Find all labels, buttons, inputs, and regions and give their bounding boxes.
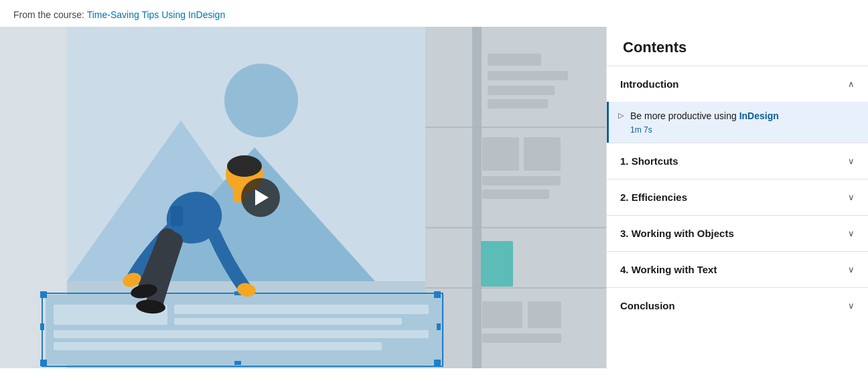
course-header: From the course: Time-Saving Tips Using …: [0, 0, 868, 27]
svg-rect-18: [482, 333, 561, 343]
svg-rect-30: [234, 361, 241, 365]
accordion-label-shortcuts: 1. Shortcuts: [620, 155, 678, 167]
lesson-title-highlight: InDesign: [739, 110, 779, 121]
accordion-conclusion: Conclusion: [607, 287, 868, 323]
svg-rect-15: [481, 241, 513, 287]
svg-rect-7: [488, 54, 541, 66]
play-icon: [255, 189, 269, 206]
main-content: Contents Introduction ▷ Be more producti…: [0, 27, 868, 368]
lesson-item[interactable]: ▷ Be more productive using InDesign 1m 7…: [609, 102, 868, 143]
accordion-label-conclusion: Conclusion: [620, 300, 675, 311]
accordion-shortcuts: 1. Shortcuts: [607, 143, 868, 179]
accordion-efficiencies: 2. Efficiencies: [607, 179, 868, 215]
play-button[interactable]: [241, 178, 280, 217]
svg-rect-35: [174, 318, 402, 325]
svg-rect-31: [40, 323, 44, 330]
svg-rect-16: [482, 301, 522, 328]
accordion-label-working-objects: 3. Working with Objects: [620, 228, 734, 239]
svg-rect-26: [434, 291, 441, 298]
svg-rect-32: [437, 323, 441, 330]
accordion-label-efficiencies: 2. Efficiencies: [620, 192, 687, 203]
accordion-header-conclusion[interactable]: Conclusion: [607, 288, 868, 323]
chevron-down-icon-2: [848, 192, 855, 202]
svg-rect-12: [524, 137, 561, 171]
lesson-play-icon: ▷: [618, 111, 624, 120]
course-link[interactable]: Time-Saving Tips Using InDesign: [87, 9, 225, 20]
video-area: [0, 27, 606, 368]
svg-rect-11: [482, 137, 519, 171]
chevron-down-icon-3: [848, 228, 855, 238]
lesson-title: Be more productive using InDesign: [630, 110, 779, 123]
accordion-label-working-text: 4. Working with Text: [620, 264, 717, 275]
accordion-header-working-text[interactable]: 4. Working with Text: [607, 252, 868, 287]
svg-point-4: [224, 64, 298, 137]
chevron-up-icon: [848, 79, 855, 89]
accordion-label-introduction: Introduction: [620, 78, 678, 90]
page-wrapper: From the course: Time-Saving Tips Using …: [0, 0, 868, 368]
svg-rect-14: [482, 189, 549, 199]
accordion-body-introduction: ▷ Be more productive using InDesign 1m 7…: [607, 102, 868, 143]
svg-rect-13: [482, 176, 561, 185]
contents-sidebar: Contents Introduction ▷ Be more producti…: [606, 27, 868, 368]
svg-rect-36: [54, 330, 429, 338]
svg-rect-28: [434, 360, 441, 366]
chevron-down-icon: [848, 156, 855, 166]
accordion-header-efficiencies[interactable]: 2. Efficiencies: [607, 179, 868, 215]
contents-title: Contents: [607, 27, 868, 66]
svg-rect-46: [171, 206, 183, 226]
from-course-prefix: From the course:: [13, 9, 84, 20]
chevron-down-icon-5: [848, 301, 855, 311]
svg-point-40: [227, 155, 262, 177]
accordion-header-working-objects[interactable]: 3. Working with Objects: [607, 216, 868, 251]
svg-rect-8: [488, 71, 568, 80]
svg-rect-34: [174, 305, 429, 314]
accordion-working-objects: 3. Working with Objects: [607, 215, 868, 251]
svg-rect-25: [40, 291, 47, 298]
svg-rect-10: [488, 99, 548, 108]
lesson-duration: 1m 7s: [630, 125, 779, 135]
accordion-working-text: 4. Working with Text: [607, 251, 868, 287]
svg-rect-6: [472, 27, 482, 368]
lesson-info: Be more productive using InDesign 1m 7s: [630, 110, 779, 135]
svg-rect-37: [54, 342, 382, 350]
svg-rect-27: [40, 360, 47, 366]
accordion-header-shortcuts[interactable]: 1. Shortcuts: [607, 143, 868, 179]
svg-rect-17: [528, 301, 561, 328]
accordion-introduction: Introduction ▷ Be more productive using …: [607, 66, 868, 143]
svg-rect-9: [488, 86, 555, 95]
chevron-down-icon-4: [848, 264, 855, 275]
illustration: [0, 27, 606, 368]
accordion-header-introduction[interactable]: Introduction: [607, 66, 868, 102]
